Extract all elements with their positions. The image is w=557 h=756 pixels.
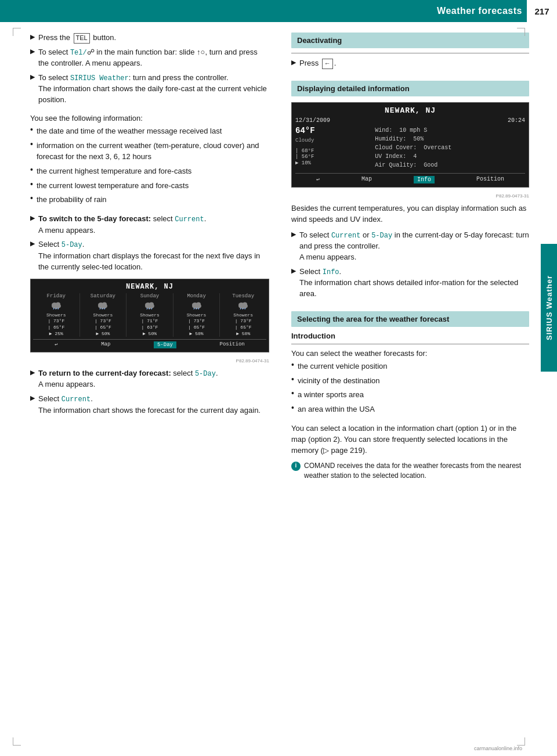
bullet-press-tel: ▶ Press the TEL button. bbox=[30, 33, 269, 44]
tab-map: Map bbox=[101, 341, 110, 348]
bullet-text-r2: Select Info. The information chart shows… bbox=[299, 267, 529, 300]
arrow-icon-r2: ▶ bbox=[291, 267, 296, 275]
forecast-days-row: Friday Showers | 73°F| 65°F▶ 25% Saturda… bbox=[33, 293, 266, 337]
dot-icon-1: • bbox=[30, 125, 33, 134]
forecast-title: NEWARK, NJ bbox=[33, 283, 266, 291]
screenshot-date-row: 12/31/2009 20:24 bbox=[295, 117, 525, 124]
info-note-text: COMAND receives the data for the weather… bbox=[304, 461, 529, 481]
deactivating-heading: Deactivating bbox=[291, 33, 529, 48]
arrow-icon-3: ▶ bbox=[30, 73, 35, 81]
dot-icon-2: • bbox=[30, 139, 33, 149]
info-text-5: the probability of rain bbox=[37, 195, 107, 206]
screenshot-date: 12/31/2009 bbox=[295, 117, 330, 124]
info-icon: i bbox=[291, 462, 301, 471]
forecast-day-tue: Tuesday Showers | 73°F| 65°F▶ 50% bbox=[220, 293, 266, 337]
bullet-text-r1: To select Current or 5-Day in the curren… bbox=[299, 230, 529, 263]
info-text-3: the current highest temperature and fore… bbox=[37, 166, 191, 177]
arrow-icon-5: ▶ bbox=[30, 240, 35, 247]
screenshot-data: Wind: 10 mph S Humidity: 50% Cloud Cover… bbox=[375, 126, 525, 170]
forecast-bottom-bar: ↩ Map 5-Day Position bbox=[33, 339, 266, 348]
header-bar: Weather forecasts 217 bbox=[0, 0, 557, 22]
screenshot-temps: | 68°F| 56°F▶ 10% bbox=[295, 148, 370, 166]
bullet-select-info: ▶ Select Info. The information chart sho… bbox=[291, 267, 529, 300]
forecast-day-mon: Monday Showers | 73°F| 65°F▶ 50% bbox=[173, 293, 220, 337]
main-content: ▶ Press the TEL button. ▶ To select Tel/… bbox=[0, 22, 557, 481]
bullet-text-2: To select Tel/☍ in the main function bar… bbox=[38, 47, 269, 69]
screenshot-city: NEWARK, NJ bbox=[295, 106, 525, 115]
dot-icon-4: • bbox=[30, 179, 33, 189]
corner-mark-br bbox=[517, 737, 525, 746]
screenshot-weather-label: Cloudy bbox=[295, 138, 370, 143]
area-bullet-3: • a winter sports area bbox=[291, 390, 529, 401]
corner-mark-tl bbox=[13, 28, 21, 36]
area-desc: You can select a location in the informa… bbox=[291, 423, 529, 456]
selecting-area-heading: Selecting the area for the weather forec… bbox=[291, 311, 529, 327]
info-bullet-4: • the current lowest temperature and for… bbox=[30, 181, 269, 192]
bullet-select-sirius: ▶ To select SIRIUS Weather: turn and pre… bbox=[30, 73, 269, 106]
bullet-text-return: To return to the current-day forecast: s… bbox=[38, 368, 218, 390]
tel-box: TEL bbox=[74, 33, 90, 44]
bullet-select-tel: ▶ To select Tel/☍ in the main function b… bbox=[30, 47, 269, 69]
forecast-image: NEWARK, NJ Friday Showers | 73°F| 65°F▶ … bbox=[30, 279, 269, 353]
dot-icon-3: • bbox=[30, 165, 33, 174]
intro-text: You can select the weather forecasts for… bbox=[291, 349, 529, 358]
area-text-3: a winter sports area bbox=[298, 390, 364, 401]
bullet-deactivate: ▶ Press ←. bbox=[291, 58, 529, 69]
screenshot-caption: P82.89-0473-31 bbox=[291, 193, 529, 199]
intro-heading: Introduction bbox=[291, 332, 529, 340]
tab-position: Position bbox=[220, 341, 245, 348]
divider-1 bbox=[291, 53, 529, 53]
svg-point-20 bbox=[196, 302, 201, 306]
svg-point-14 bbox=[149, 302, 154, 306]
cloud-icon-tue bbox=[237, 300, 249, 309]
area-dot-4: • bbox=[291, 403, 294, 412]
arrow-icon-deact: ▶ bbox=[291, 59, 296, 66]
corner-mark-tr bbox=[517, 28, 525, 36]
left-column: ▶ Press the TEL button. ▶ To select Tel/… bbox=[0, 33, 283, 481]
area-text-1: the current vehicle position bbox=[298, 361, 388, 372]
besides-text: Besides the current temperatures, you ca… bbox=[291, 203, 529, 225]
bullet-select-5day: ▶ Select 5-Day. The information chart di… bbox=[30, 239, 269, 272]
info-text-2: information on the current weather (tem-… bbox=[37, 141, 269, 163]
arrow-icon-2: ▶ bbox=[30, 48, 35, 55]
page-title: Weather forecasts bbox=[437, 6, 522, 16]
right-column: Deactivating ▶ Press ←. Displaying detai… bbox=[283, 33, 550, 481]
info-bullet-3: • the current highest temperature and fo… bbox=[30, 166, 269, 177]
svg-point-8 bbox=[102, 302, 107, 306]
bullet-text-3: To select SIRIUS Weather: turn and press… bbox=[38, 73, 269, 106]
info-bullet-5: • the probability of rain bbox=[30, 195, 269, 206]
side-tab: SIRIUS Weather bbox=[541, 244, 557, 372]
cloud-icon-fri bbox=[50, 300, 63, 309]
bullet-return-current: ▶ To return to the current-day forecast:… bbox=[30, 368, 269, 390]
svg-point-26 bbox=[243, 302, 247, 306]
tab-back: ↩ bbox=[55, 341, 57, 348]
dot-icon-5: • bbox=[30, 193, 33, 203]
ss-tab-map: Map bbox=[361, 176, 372, 183]
svg-point-2 bbox=[56, 302, 60, 306]
bullet-text-switch: To switch to the 5-day forecast: select … bbox=[38, 214, 206, 236]
area-dot-3: • bbox=[291, 388, 294, 398]
ss-tab-info-selected: Info bbox=[414, 176, 435, 183]
bullet-select-current: ▶ Select Current. The information chart … bbox=[30, 394, 269, 416]
screenshot-bottom-bar: ↩ Map Info Position bbox=[295, 173, 525, 183]
bullet-text-5day: Select 5-Day. The information chart disp… bbox=[38, 239, 269, 272]
area-bullet-4: • an area within the USA bbox=[291, 404, 529, 415]
info-text-1: the date and time of the weather message… bbox=[37, 126, 222, 137]
arrow-icon-4: ▶ bbox=[30, 214, 35, 222]
cloud-icon-sat bbox=[96, 300, 109, 309]
back-box: ← bbox=[322, 59, 333, 69]
info-note: i COMAND receives the data for the weath… bbox=[291, 461, 529, 481]
area-text-2: vicinity of the destination bbox=[298, 376, 380, 387]
bullet-text-1: Press the TEL button. bbox=[38, 33, 116, 44]
page-number: 217 bbox=[527, 0, 557, 22]
screenshot-time: 20:24 bbox=[508, 117, 525, 124]
arrow-icon-7: ▶ bbox=[30, 394, 35, 402]
forecast-caption: P82.89-0474-31 bbox=[30, 358, 269, 363]
arrow-icon-6: ▶ bbox=[30, 369, 35, 376]
area-bullet-2: • vicinity of the destination bbox=[291, 376, 529, 387]
corner-mark-bl bbox=[13, 737, 21, 746]
forecast-day-sat: Saturday Showers | 73°F| 65°F▶ 50% bbox=[80, 293, 127, 337]
forecast-day-fri: Friday Showers | 73°F| 65°F▶ 25% bbox=[33, 293, 80, 337]
area-text-4: an area within the USA bbox=[298, 404, 375, 415]
side-tab-label: SIRIUS Weather bbox=[545, 275, 554, 340]
